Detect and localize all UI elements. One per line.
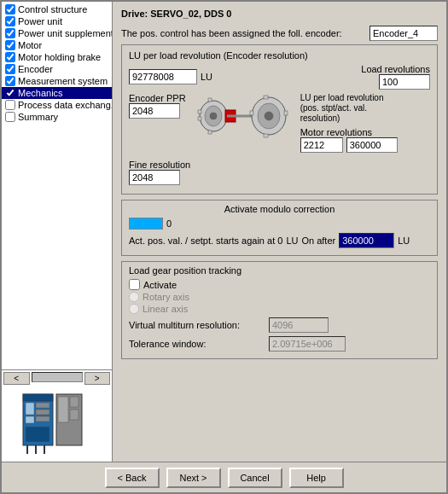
svg-rect-7 bbox=[26, 427, 49, 442]
sidebar-item-1[interactable]: Power unit bbox=[2, 15, 112, 27]
content-area: Drive: SERVO_02, DDS 0 The pos. control … bbox=[113, 2, 446, 462]
sidebar-item-label-5: Encoder bbox=[18, 64, 53, 74]
sidebar-item-checkbox-6[interactable] bbox=[5, 76, 15, 86]
sidebar-item-7[interactable]: Mechanics bbox=[2, 87, 112, 99]
sidebar-item-checkbox-0[interactable] bbox=[5, 4, 15, 15]
svg-rect-10 bbox=[70, 397, 79, 407]
help-button[interactable]: Help bbox=[289, 468, 344, 488]
svg-rect-20 bbox=[208, 98, 212, 102]
motor-revolutions-value-input[interactable] bbox=[300, 137, 343, 153]
svg-rect-21 bbox=[208, 131, 212, 134]
bottom-bar: < Back Next > Cancel Help bbox=[2, 462, 446, 492]
sidebar-item-6[interactable]: Measurement system bbox=[2, 75, 112, 87]
modulo-on-after-label: On after bbox=[301, 235, 335, 246]
lu-unit-label: LU bbox=[201, 72, 212, 82]
sidebar-item-4[interactable]: Motor holding brake bbox=[2, 51, 112, 63]
linear-axis-row: Linear axis bbox=[129, 304, 430, 314]
sidebar-item-checkbox-7[interactable] bbox=[5, 88, 15, 98]
cancel-button[interactable]: Cancel bbox=[228, 468, 282, 488]
sidebar-item-2[interactable]: Power unit supplement bbox=[2, 27, 112, 39]
load-gear-section: Load gear position tracking Activate Rot… bbox=[121, 261, 438, 359]
modulo-toggle[interactable] bbox=[129, 218, 163, 230]
back-button[interactable]: < Back bbox=[105, 468, 160, 488]
sidebar-item-label-4: Motor holding brake bbox=[18, 52, 101, 62]
lu-row: LU Load revolutions bbox=[129, 64, 430, 90]
linear-axis-radio[interactable] bbox=[129, 304, 139, 314]
sidebar-item-checkbox-8[interactable] bbox=[5, 100, 15, 110]
sidebar-item-checkbox-5[interactable] bbox=[5, 64, 15, 74]
svg-point-26 bbox=[265, 112, 273, 120]
sidebar-forward-button[interactable]: > bbox=[84, 372, 111, 385]
modulo-title: Activate modulo correction bbox=[129, 204, 430, 214]
svg-rect-19 bbox=[198, 117, 201, 120]
lu-section: LU per load revolution (Encoder resoluti… bbox=[121, 44, 438, 195]
svg-rect-2 bbox=[26, 403, 34, 415]
modulo-toggle-row: 0 bbox=[129, 218, 430, 230]
encoder-ppr-label: Encoder PPR bbox=[129, 93, 186, 103]
sidebar-back-button[interactable]: < bbox=[3, 372, 30, 385]
encoder-diagram-row: Encoder PPR bbox=[129, 93, 430, 156]
rotary-axis-radio[interactable] bbox=[129, 292, 139, 302]
tolerance-window-label: Tolerance window: bbox=[129, 339, 265, 349]
rotary-axis-row: Rotary axis bbox=[129, 292, 430, 302]
svg-rect-3 bbox=[26, 416, 34, 423]
modulo-value-label: 0 bbox=[166, 218, 172, 229]
sidebar-item-8[interactable]: Process data exchang. bbox=[2, 99, 112, 111]
modulo-on-after-input[interactable] bbox=[339, 233, 394, 248]
fine-resolution-row: Fine resolution bbox=[129, 160, 430, 185]
svg-rect-6 bbox=[36, 416, 49, 421]
next-button[interactable]: Next > bbox=[166, 468, 221, 488]
modulo-act-label: Act. pos. val. / setpt. starts again at … bbox=[129, 235, 282, 246]
linear-axis-label: Linear axis bbox=[143, 304, 188, 314]
sidebar-list: Control structurePower unitPower unit su… bbox=[2, 2, 112, 369]
sidebar-item-label-7: Mechanics bbox=[18, 88, 63, 98]
virtual-multiturn-row: Virtual multiturn resolution: bbox=[129, 317, 430, 333]
sidebar-item-checkbox-3[interactable] bbox=[5, 40, 15, 50]
encoder-assignment-label: The pos. control has been assigned the f… bbox=[121, 28, 366, 38]
tolerance-window-input bbox=[269, 336, 346, 352]
sidebar-item-5[interactable]: Encoder bbox=[2, 63, 112, 75]
svg-rect-27 bbox=[250, 111, 253, 115]
sidebar-item-checkbox-1[interactable] bbox=[5, 16, 15, 26]
modulo-act-row: Act. pos. val. / setpt. starts again at … bbox=[129, 233, 430, 248]
rotary-axis-label: Rotary axis bbox=[143, 292, 189, 302]
sidebar-item-label-3: Motor bbox=[18, 40, 42, 50]
sidebar-nav: < > bbox=[2, 369, 112, 386]
load-revolutions-input[interactable] bbox=[379, 74, 430, 90]
sidebar-item-checkbox-9[interactable] bbox=[5, 112, 15, 122]
sidebar-item-label-0: Control structure bbox=[18, 4, 87, 15]
activate-row: Activate bbox=[129, 279, 430, 290]
sidebar-item-label-1: Power unit bbox=[18, 16, 62, 26]
gear-diagram bbox=[196, 93, 290, 142]
motor-revolutions-field-input[interactable] bbox=[346, 137, 398, 153]
svg-point-17 bbox=[210, 113, 217, 119]
modulo-lu-unit2: LU bbox=[398, 235, 410, 246]
tolerance-window-row: Tolerance window: bbox=[129, 336, 430, 352]
virtual-multiturn-label: Virtual multiturn resolution: bbox=[129, 320, 265, 330]
sidebar-item-9[interactable]: Summary bbox=[2, 111, 112, 123]
svg-rect-30 bbox=[264, 134, 268, 137]
activate-checkbox[interactable] bbox=[129, 279, 140, 290]
device-svg bbox=[19, 392, 96, 456]
activate-label: Activate bbox=[143, 280, 177, 290]
fine-resolution-input[interactable] bbox=[129, 170, 180, 185]
sidebar-item-0[interactable]: Control structure bbox=[2, 3, 112, 15]
svg-rect-28 bbox=[284, 111, 288, 115]
device-image bbox=[10, 390, 104, 458]
encoder-value-input[interactable] bbox=[369, 26, 438, 41]
load-revolutions-label: Load revolutions bbox=[361, 64, 430, 74]
sidebar-item-3[interactable]: Motor bbox=[2, 39, 112, 51]
modulo-section: Activate modulo correction 0 Act. pos. v… bbox=[121, 200, 438, 256]
sidebar-item-checkbox-2[interactable] bbox=[5, 28, 15, 38]
sidebar-item-label-6: Measurement system bbox=[18, 76, 108, 86]
modulo-lu-unit1: LU bbox=[286, 235, 298, 246]
motor-revolutions-label: Motor revolutions bbox=[300, 127, 372, 137]
sidebar-item-label-8: Process data exchang. bbox=[18, 100, 112, 110]
encoder-ppr-input[interactable] bbox=[129, 103, 180, 119]
lu-value-input[interactable] bbox=[129, 69, 197, 84]
fine-resolution-label: Fine resolution bbox=[129, 160, 190, 170]
main-window: Control structurePower unitPower unit su… bbox=[0, 0, 448, 494]
load-gear-title: Load gear position tracking bbox=[129, 265, 430, 276]
svg-rect-9 bbox=[58, 397, 68, 422]
sidebar-item-checkbox-4[interactable] bbox=[5, 52, 15, 62]
